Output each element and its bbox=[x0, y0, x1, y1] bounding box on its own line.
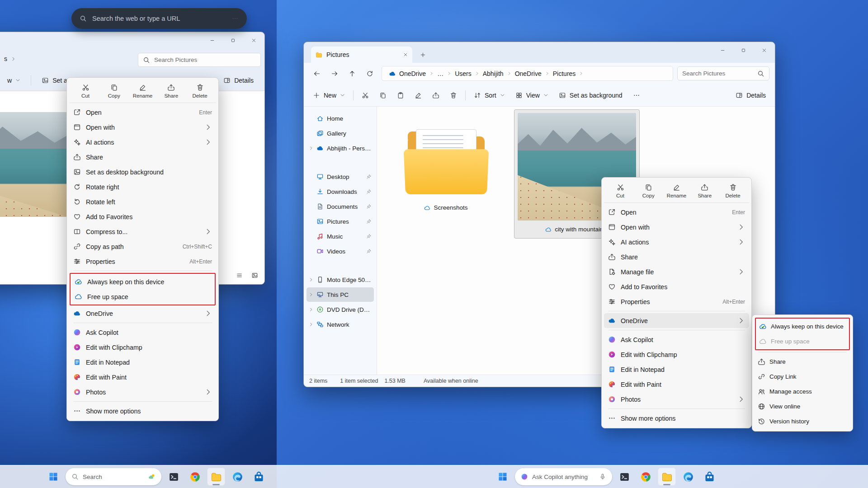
menu-item-photos[interactable]: Photos bbox=[69, 385, 216, 399]
sidebar-item-music[interactable]: Music bbox=[307, 229, 374, 244]
maximize-button[interactable] bbox=[733, 42, 754, 58]
breadcrumb-fragment[interactable]: s bbox=[4, 55, 16, 62]
new-button[interactable]: New bbox=[308, 89, 349, 102]
quick-action-share[interactable]: Share bbox=[692, 181, 717, 200]
file-explorer-taskbar-button[interactable] bbox=[658, 468, 676, 486]
menu-item-add-to-favorites[interactable]: Add to Favorites bbox=[604, 279, 749, 294]
search-box[interactable]: Search Pictures bbox=[677, 66, 769, 80]
menu-item-ai-actions[interactable]: AI actions bbox=[69, 135, 216, 150]
file-item-screenshots[interactable]: Screenshots bbox=[393, 111, 499, 240]
minimize-button[interactable] bbox=[712, 42, 733, 58]
terminal-taskbar-button[interactable] bbox=[165, 468, 183, 486]
menu-item-view-online[interactable]: View online bbox=[755, 399, 850, 414]
sidebar-item-this-pc[interactable]: This PC bbox=[307, 287, 374, 302]
menu-item-show-more-options[interactable]: Show more options bbox=[69, 404, 216, 418]
microphone-icon[interactable] bbox=[599, 473, 606, 480]
chrome-taskbar-button[interactable] bbox=[637, 468, 655, 486]
start-button[interactable] bbox=[44, 468, 62, 486]
menu-item-properties[interactable]: PropertiesAlt+Enter bbox=[69, 254, 216, 269]
tab-close-icon[interactable] bbox=[403, 52, 408, 57]
forward-button[interactable] bbox=[327, 66, 342, 81]
breadcrumb-ellipsis[interactable]: … bbox=[434, 69, 447, 79]
details-view-toggle[interactable] bbox=[235, 271, 244, 280]
copilot-search[interactable]: Ask Copilot anything bbox=[515, 468, 612, 485]
quick-action-share[interactable]: Share bbox=[159, 81, 184, 100]
menu-item-always-keep-on-this-device[interactable]: Always keep on this device bbox=[71, 274, 215, 289]
close-button[interactable] bbox=[243, 33, 264, 48]
menu-item-share[interactable]: Share bbox=[69, 150, 216, 164]
taskbar-search[interactable]: Search bbox=[66, 468, 161, 485]
details-pane-button[interactable]: Details bbox=[731, 89, 770, 102]
sidebar-item-abhijith-personal[interactable]: Abhijith - Personal bbox=[307, 141, 374, 155]
menu-item-add-to-favorites[interactable]: Add to Favorites bbox=[69, 209, 216, 224]
menu-item-free-up-space[interactable]: Free up space bbox=[756, 334, 849, 349]
menu-item-onedrive[interactable]: OneDrive bbox=[604, 313, 749, 328]
menu-item-share[interactable]: Share bbox=[755, 354, 850, 369]
breadcrumb-onedrive[interactable]: OneDrive bbox=[386, 69, 429, 79]
store-taskbar-button[interactable] bbox=[700, 468, 718, 486]
breadcrumb-pictures[interactable]: Pictures bbox=[550, 69, 579, 79]
menu-item-open[interactable]: OpenEnter bbox=[69, 105, 216, 120]
sort-button[interactable]: Sort bbox=[469, 89, 509, 102]
breadcrumb-onedrive[interactable]: OneDrive bbox=[512, 69, 545, 79]
delete-button[interactable] bbox=[445, 88, 462, 103]
menu-item-set-as-desktop-background[interactable]: Set as desktop background bbox=[69, 164, 216, 179]
menu-item-onedrive[interactable]: OneDrive bbox=[69, 306, 216, 321]
refresh-button[interactable] bbox=[362, 66, 377, 81]
quick-action-copy[interactable]: Copy bbox=[101, 81, 127, 100]
close-button[interactable] bbox=[754, 42, 774, 58]
store-taskbar-button[interactable] bbox=[250, 468, 268, 486]
share-button[interactable] bbox=[428, 88, 444, 103]
web-search-widget[interactable]: Search the web or type a URL bbox=[71, 8, 247, 29]
more-options-button[interactable] bbox=[628, 88, 645, 103]
maximize-button[interactable] bbox=[222, 33, 243, 48]
breadcrumb-abhijith[interactable]: Abhijith bbox=[480, 69, 507, 79]
file-explorer-taskbar-button[interactable] bbox=[207, 468, 225, 486]
quick-action-delete[interactable]: Delete bbox=[187, 81, 212, 100]
quick-action-copy[interactable]: Copy bbox=[636, 181, 661, 200]
menu-item-free-up-space[interactable]: Free up space bbox=[71, 289, 215, 304]
up-button[interactable] bbox=[344, 66, 360, 81]
menu-item-manage-access[interactable]: Manage access bbox=[755, 384, 850, 399]
set-background-button[interactable]: Set as background bbox=[554, 89, 627, 102]
rename-button[interactable] bbox=[410, 88, 426, 103]
sidebar-item-videos[interactable]: Videos bbox=[307, 244, 374, 258]
menu-item-open-with[interactable]: Open with bbox=[604, 220, 749, 235]
sidebar-item-home[interactable]: Home bbox=[307, 111, 374, 126]
sidebar-item-gallery[interactable]: Gallery bbox=[307, 126, 374, 141]
minimize-button[interactable] bbox=[202, 33, 222, 48]
menu-item-show-more-options[interactable]: Show more options bbox=[604, 411, 749, 426]
menu-item-edit-with-paint[interactable]: Edit with Paint bbox=[604, 377, 749, 392]
menu-item-properties[interactable]: PropertiesAlt+Enter bbox=[604, 294, 749, 309]
back-button[interactable] bbox=[309, 66, 325, 81]
menu-item-open-with[interactable]: Open with bbox=[69, 120, 216, 135]
more-icon[interactable] bbox=[231, 15, 239, 22]
sidebar-item-downloads[interactable]: Downloads bbox=[307, 184, 374, 199]
menu-item-open[interactable]: OpenEnter bbox=[604, 205, 749, 220]
sidebar-item-documents[interactable]: Documents bbox=[307, 199, 374, 214]
quick-action-cut[interactable]: Cut bbox=[608, 181, 633, 200]
thumbnail-view-toggle[interactable] bbox=[250, 271, 259, 280]
breadcrumb-users[interactable]: Users bbox=[452, 69, 475, 79]
sidebar-item-pictures[interactable]: Pictures bbox=[307, 214, 374, 229]
menu-item-version-history[interactable]: Version history bbox=[755, 414, 850, 429]
menu-item-ask-copilot[interactable]: Ask Copilot bbox=[604, 332, 749, 347]
quick-action-rename[interactable]: Rename bbox=[130, 81, 156, 100]
tab-pictures[interactable]: Pictures bbox=[311, 47, 412, 63]
menu-item-ai-actions[interactable]: AI actions bbox=[604, 235, 749, 249]
image-thumbnail-city[interactable] bbox=[0, 112, 67, 217]
menu-item-edit-with-clipchamp[interactable]: Edit with Clipchamp bbox=[69, 340, 216, 355]
sidebar-item-desktop[interactable]: Desktop bbox=[307, 169, 374, 184]
chrome-taskbar-button[interactable] bbox=[186, 468, 204, 486]
copy-button[interactable] bbox=[375, 88, 391, 103]
paste-button[interactable] bbox=[392, 88, 409, 103]
terminal-taskbar-button[interactable] bbox=[615, 468, 633, 486]
menu-item-edit-in-notepad[interactable]: Edit in Notepad bbox=[69, 355, 216, 370]
menu-item-ask-copilot[interactable]: Ask Copilot bbox=[69, 325, 216, 340]
cut-button[interactable] bbox=[357, 88, 373, 103]
menu-item-copy-link[interactable]: Copy Link bbox=[755, 369, 850, 384]
start-button[interactable] bbox=[494, 468, 512, 486]
menu-item-copy-as-path[interactable]: Copy as pathCtrl+Shift+C bbox=[69, 239, 216, 254]
new-tab-button[interactable] bbox=[416, 48, 429, 61]
edge-taskbar-button[interactable] bbox=[228, 468, 246, 486]
